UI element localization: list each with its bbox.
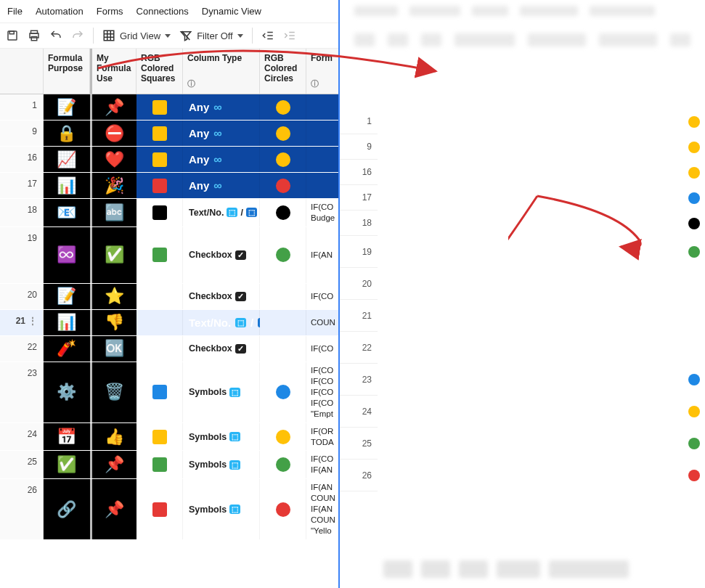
cell-formula-purpose[interactable]: 📊 — [44, 310, 90, 335]
cell-formula[interactable]: IF(CO — [306, 284, 338, 309]
cell-rgb-circle[interactable] — [260, 199, 306, 226]
cell-my-formula-use[interactable]: ⭐ — [90, 284, 136, 309]
cell-rgb-circle[interactable] — [260, 423, 306, 451]
cell-my-formula-use[interactable]: 📌 — [90, 479, 136, 539]
cell-column-type[interactable]: Text/No. ⬚/⬚ — [183, 199, 260, 226]
cell-my-formula-use[interactable]: 👍 — [90, 423, 136, 451]
table-row[interactable]: 20📝⭐Checkbox ✓IF(CO — [0, 284, 338, 310]
cell-rgb-circle[interactable] — [260, 362, 306, 422]
cell-my-formula-use[interactable]: 🔤 — [90, 199, 136, 226]
grid[interactable]: Formula Purpose My Formula Use RGB Color… — [0, 49, 338, 588]
cell-formula[interactable] — [306, 121, 338, 146]
cell-column-type[interactable]: Symbols ⬚ — [183, 479, 260, 539]
print-icon[interactable] — [28, 29, 41, 42]
cell-rgb-circle[interactable] — [260, 336, 306, 362]
col-formula[interactable]: Formⓘ — [306, 49, 338, 94]
cell-my-formula-use[interactable]: ⛔ — [90, 121, 136, 146]
col-my-formula-use[interactable]: My Formula Use — [90, 49, 136, 94]
cell-formula[interactable]: IF(CO — [306, 336, 338, 362]
cell-column-type[interactable]: Symbols ⬚ — [183, 362, 260, 422]
cell-formula-purpose[interactable]: ⚙️ — [44, 362, 90, 422]
cell-rgb-square[interactable] — [136, 310, 183, 335]
cell-rgb-circle[interactable] — [260, 173, 306, 198]
cell-my-formula-use[interactable]: 🆗 — [90, 336, 136, 362]
cell-column-type[interactable]: Symbols ⬚ — [183, 451, 260, 478]
cell-column-type[interactable]: Any ∞ — [183, 147, 260, 172]
cell-rgb-square[interactable] — [136, 121, 183, 146]
cell-formula-purpose[interactable]: 📈 — [44, 147, 90, 172]
cell-rgb-square[interactable] — [136, 336, 183, 362]
cell-rgb-circle[interactable] — [260, 310, 306, 335]
cell-formula-purpose[interactable]: 📧 — [44, 199, 90, 226]
cell-formula-purpose[interactable]: 📊 — [44, 173, 90, 198]
cell-rgb-circle[interactable] — [260, 479, 306, 539]
cell-my-formula-use[interactable]: 👎 — [90, 310, 136, 335]
cell-rgb-circle[interactable] — [260, 227, 306, 283]
menu-dynamic-view[interactable]: Dynamic View — [202, 6, 261, 17]
cell-formula[interactable] — [306, 94, 338, 120]
cell-column-type[interactable]: Checkbox ✓ — [183, 284, 260, 309]
cell-rgb-square[interactable] — [136, 451, 183, 478]
cell-formula[interactable]: IF(OR TODA — [306, 423, 338, 451]
outdent-icon[interactable] — [261, 29, 274, 42]
cell-column-type[interactable]: Checkbox ✓ — [183, 227, 260, 283]
filter-button[interactable]: Filter Off — [179, 29, 243, 42]
cell-rgb-square[interactable] — [136, 284, 183, 309]
cell-rgb-circle[interactable] — [260, 147, 306, 172]
table-row[interactable]: 18📧🔤Text/No. ⬚/⬚IF(CO Budge — [0, 199, 338, 227]
cell-my-formula-use[interactable]: 🗑️ — [90, 362, 136, 422]
table-row[interactable]: 21 ⋮📊👎Text/No. ⬚/⬚COUN — [0, 310, 338, 336]
cell-formula[interactable] — [306, 147, 338, 172]
cell-rgb-square[interactable] — [136, 423, 183, 451]
cell-rgb-square[interactable] — [136, 199, 183, 226]
table-row[interactable]: 22🧨🆗Checkbox ✓IF(CO — [0, 336, 338, 362]
cell-my-formula-use[interactable]: ❤️ — [90, 147, 136, 172]
cell-formula[interactable] — [306, 173, 338, 198]
cell-formula-purpose[interactable]: 🧨 — [44, 336, 90, 362]
cell-formula-purpose[interactable]: 📝 — [44, 94, 90, 120]
cell-column-type[interactable]: Text/No. ⬚/⬚ — [183, 310, 260, 335]
cell-formula-purpose[interactable]: 🔒 — [44, 121, 90, 146]
table-row[interactable]: 25✅📌Symbols ⬚IF(CO IF(AN — [0, 451, 338, 479]
cell-rgb-circle[interactable] — [260, 284, 306, 309]
indent-icon[interactable] — [283, 29, 296, 42]
col-rgb-circles[interactable]: RGB Colored Circles — [260, 49, 306, 94]
cell-my-formula-use[interactable]: ✅ — [90, 227, 136, 283]
table-row[interactable]: 17📊🎉Any ∞ — [0, 173, 338, 199]
cell-formula-purpose[interactable]: 🔗 — [44, 479, 90, 539]
cell-rgb-square[interactable] — [136, 147, 183, 172]
cell-rgb-square[interactable] — [136, 173, 183, 198]
col-column-type[interactable]: Column Typeⓘ — [183, 49, 260, 94]
cell-formula-purpose[interactable]: 📅 — [44, 423, 90, 451]
cell-my-formula-use[interactable]: 📌 — [90, 94, 136, 120]
col-rgb-squares[interactable]: RGB Colored Squares — [136, 49, 183, 94]
cell-formula[interactable]: IF(AN COUN IF(AN COUN "Yello — [306, 479, 338, 539]
cell-rgb-square[interactable] — [136, 94, 183, 120]
table-row[interactable]: 1📝📌Any ∞ — [0, 94, 338, 121]
col-formula-purpose[interactable]: Formula Purpose — [44, 49, 90, 94]
cell-formula-purpose[interactable]: ✅ — [44, 451, 90, 478]
cell-column-type[interactable]: Any ∞ — [183, 94, 260, 120]
redo-icon[interactable] — [71, 29, 84, 42]
cell-my-formula-use[interactable]: 🎉 — [90, 173, 136, 198]
menu-forms[interactable]: Forms — [97, 6, 123, 17]
cell-column-type[interactable]: Any ∞ — [183, 121, 260, 146]
cell-rgb-square[interactable] — [136, 479, 183, 539]
cell-formula[interactable]: COUN — [306, 310, 338, 335]
cell-column-type[interactable]: Symbols ⬚ — [183, 423, 260, 451]
cell-formula[interactable]: IF(CO IF(AN — [306, 451, 338, 478]
table-row[interactable]: 23⚙️🗑️Symbols ⬚IF(CO IF(CO IF(CO IF(CO "… — [0, 362, 338, 423]
cell-formula-purpose[interactable]: ♾️ — [44, 227, 90, 283]
table-row[interactable]: 9🔒⛔Any ∞ — [0, 121, 338, 147]
cell-rgb-circle[interactable] — [260, 121, 306, 146]
undo-icon[interactable] — [49, 29, 62, 42]
cell-rgb-circle[interactable] — [260, 451, 306, 478]
cell-column-type[interactable]: Any ∞ — [183, 173, 260, 198]
menu-connections[interactable]: Connections — [136, 6, 189, 17]
cell-rgb-circle[interactable] — [260, 94, 306, 120]
cell-formula[interactable]: IF(AN — [306, 227, 338, 283]
cell-my-formula-use[interactable]: 📌 — [90, 451, 136, 478]
grid-view-button[interactable]: Grid View — [102, 29, 171, 42]
table-row[interactable]: 24📅👍Symbols ⬚IF(OR TODA — [0, 423, 338, 452]
cell-column-type[interactable]: Checkbox ✓ — [183, 336, 260, 362]
